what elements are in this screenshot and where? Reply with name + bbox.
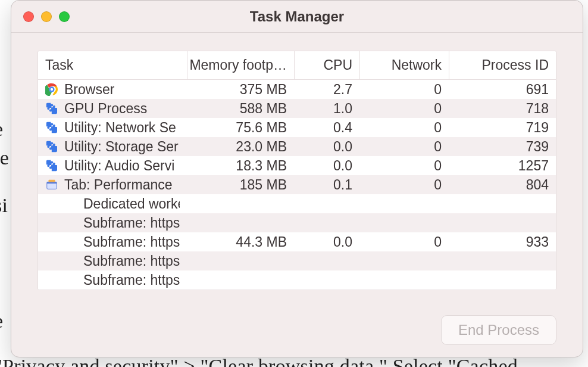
- cell-network: 0: [359, 82, 449, 98]
- process-table: Task Memory footp… CPU Network Process I…: [37, 51, 556, 290]
- blank-icon: [64, 197, 77, 210]
- table-body: Browser375 MB2.70691GPU Process588 MB1.0…: [38, 80, 556, 290]
- cell-pid: 718: [449, 101, 556, 117]
- table-row[interactable]: Subframe: https://g: [38, 213, 556, 232]
- task-name: Dedicated worker:: [83, 196, 180, 212]
- task-name: Subframe: https://a: [83, 272, 180, 288]
- maximize-icon[interactable]: [59, 11, 70, 22]
- table-row[interactable]: Dedicated worker:: [38, 194, 556, 213]
- titlebar[interactable]: Task Manager: [11, 1, 583, 33]
- cell-cpu: 1.0: [294, 101, 359, 117]
- cell-task: Utility: Audio Servi: [38, 158, 187, 174]
- blank-icon: [64, 235, 77, 248]
- blank-icon: [64, 254, 77, 268]
- cell-pid: 719: [449, 120, 556, 136]
- window-title: Task Manager: [11, 8, 583, 25]
- column-header-network[interactable]: Network: [359, 51, 449, 79]
- cell-memory: 18.3 MB: [187, 158, 294, 174]
- minimize-icon[interactable]: [41, 11, 52, 22]
- task-name: Tab: Performance: [64, 177, 173, 193]
- cell-task: Utility: Network Se: [38, 120, 187, 136]
- cell-pid: 691: [449, 82, 556, 98]
- cell-cpu: 0.1: [294, 177, 359, 193]
- close-icon[interactable]: [23, 11, 34, 22]
- blank-icon: [64, 216, 77, 229]
- puzzle-icon: [45, 121, 58, 134]
- table-row[interactable]: Subframe: https://a: [38, 251, 556, 270]
- cell-memory: 23.0 MB: [187, 139, 294, 155]
- task-name: Utility: Storage Ser: [64, 139, 179, 155]
- cell-cpu: 2.7: [294, 82, 359, 98]
- cell-network: 0: [359, 177, 449, 193]
- cell-task: Subframe: https://a: [38, 253, 187, 269]
- background-text: e: [0, 310, 3, 332]
- cell-cpu: 0.4: [294, 120, 359, 136]
- task-manager-window: Task Manager Task Memory footp… CPU Netw…: [11, 0, 583, 357]
- chrome-icon: [45, 83, 58, 96]
- task-name: Subframe: https://g: [83, 215, 180, 231]
- puzzle-icon: [45, 140, 58, 153]
- svg-rect-4: [47, 182, 57, 184]
- tab-icon: [45, 178, 58, 191]
- cell-task: GPU Process: [38, 101, 187, 117]
- table-row[interactable]: Subframe: https://a44.3 MB0.00933: [38, 232, 556, 251]
- column-header-cpu[interactable]: CPU: [294, 51, 359, 79]
- cell-task: Tab: Performance: [38, 177, 187, 193]
- cell-network: 0: [359, 139, 449, 155]
- cell-cpu: 0.0: [294, 234, 359, 250]
- task-name: Utility: Audio Servi: [64, 158, 174, 174]
- cell-memory: 185 MB: [187, 177, 294, 193]
- task-name: Utility: Network Se: [64, 120, 176, 136]
- column-header-task[interactable]: Task: [38, 51, 187, 79]
- table-row[interactable]: Utility: Audio Servi18.3 MB0.001257: [38, 156, 556, 175]
- cell-task: Browser: [38, 82, 187, 98]
- table-row[interactable]: Subframe: https://a: [38, 270, 556, 290]
- blank-icon: [64, 273, 77, 287]
- footer: End Process: [37, 304, 556, 345]
- table-row[interactable]: Tab: Performance185 MB0.10804: [38, 175, 556, 194]
- cell-memory: 44.3 MB: [187, 234, 294, 250]
- cell-network: 0: [359, 158, 449, 174]
- task-name: Browser: [64, 82, 114, 98]
- cell-cpu: 0.0: [294, 139, 359, 155]
- table-row[interactable]: Utility: Storage Ser23.0 MB0.00739: [38, 137, 556, 156]
- column-header-memory[interactable]: Memory footp…: [187, 51, 294, 79]
- cell-memory: 75.6 MB: [187, 120, 294, 136]
- background-text: le: [0, 147, 9, 169]
- cell-network: 0: [359, 101, 449, 117]
- task-name: Subframe: https://a: [83, 253, 180, 269]
- cell-network: 0: [359, 120, 449, 136]
- puzzle-icon: [45, 102, 58, 115]
- task-name: GPU Process: [64, 101, 147, 117]
- column-header-pid[interactable]: Process ID: [449, 51, 556, 79]
- svg-point-2: [51, 88, 53, 91]
- background-text: e: [0, 118, 3, 141]
- cell-memory: 375 MB: [187, 82, 294, 98]
- table-row[interactable]: Browser375 MB2.70691: [38, 80, 556, 99]
- svg-rect-5: [49, 180, 55, 182]
- table-row[interactable]: Utility: Network Se75.6 MB0.40719: [38, 118, 556, 137]
- window-controls: [23, 11, 70, 22]
- cell-pid: 933: [449, 234, 556, 250]
- cell-pid: 739: [449, 139, 556, 155]
- cell-memory: 588 MB: [187, 101, 294, 117]
- end-process-button[interactable]: End Process: [441, 315, 556, 345]
- cell-task: Subframe: https://a: [38, 234, 187, 250]
- cell-task: Subframe: https://g: [38, 215, 187, 231]
- table-row[interactable]: GPU Process588 MB1.00718: [38, 99, 556, 118]
- cell-pid: 804: [449, 177, 556, 193]
- task-name: Subframe: https://a: [83, 234, 180, 250]
- cell-cpu: 0.0: [294, 158, 359, 174]
- cell-task: Dedicated worker:: [38, 196, 187, 212]
- cell-network: 0: [359, 234, 449, 250]
- table-header: Task Memory footp… CPU Network Process I…: [38, 51, 556, 80]
- cell-task: Subframe: https://a: [38, 272, 187, 288]
- puzzle-icon: [45, 159, 58, 172]
- cell-pid: 1257: [449, 158, 556, 174]
- content-area: Task Memory footp… CPU Network Process I…: [11, 33, 583, 357]
- cell-task: Utility: Storage Ser: [38, 139, 187, 155]
- background-text: si: [0, 194, 8, 217]
